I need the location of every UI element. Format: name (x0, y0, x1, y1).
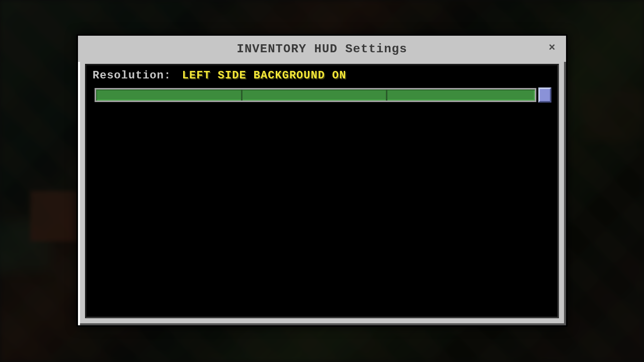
slider-track[interactable] (95, 88, 536, 102)
setting-label: Resolution: (93, 69, 171, 82)
settings-dialog: INVENTORY HUD Settings × Resolution: LEF… (76, 34, 568, 327)
setting-value: LEFT SIDE BACKGROUND ON (182, 69, 347, 82)
slider-tick (386, 89, 387, 101)
close-icon: × (548, 42, 555, 54)
slider-tick (241, 89, 243, 101)
slider-row (87, 86, 557, 106)
slider-handle[interactable] (538, 87, 551, 103)
close-button[interactable]: × (545, 41, 559, 55)
setting-row: Resolution: LEFT SIDE BACKGROUND ON (87, 65, 557, 86)
dialog-title: INVENTORY HUD Settings (237, 42, 408, 56)
dialog-titlebar: INVENTORY HUD Settings × (78, 36, 566, 62)
dialog-content: Resolution: LEFT SIDE BACKGROUND ON (85, 64, 559, 318)
